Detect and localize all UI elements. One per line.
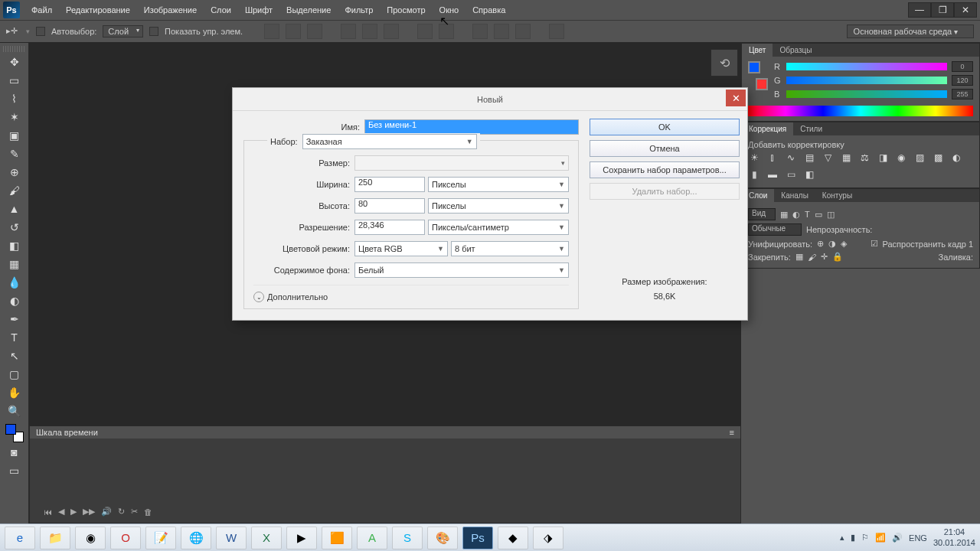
tb-chrome-icon[interactable]: ◉ [75,527,106,549]
filter-smart-icon[interactable]: ◫ [827,210,835,220]
adj-curves-icon[interactable]: ∿ [785,152,797,163]
close-app-icon[interactable]: ✕ [954,2,977,18]
history-tool-icon[interactable]: ↺ [5,219,24,236]
tab-styles[interactable]: Стили [793,122,829,135]
adj-photo-icon[interactable]: ◉ [895,152,907,163]
b-slider[interactable] [786,90,947,98]
screenmode-icon[interactable]: ▭ [5,462,24,479]
heal-tool-icon[interactable]: ⊕ [5,164,24,181]
adj-poster-icon[interactable]: ▮ [748,169,760,180]
adj-bw-icon[interactable]: ◨ [877,152,889,163]
autoselect-checkbox[interactable] [36,27,45,36]
crop-tool-icon[interactable]: ▣ [5,127,24,144]
menu-filter[interactable]: Фильтр [338,5,380,15]
align-centerh-icon[interactable] [286,24,301,39]
align-right-icon[interactable] [307,24,322,39]
width-unit-select[interactable]: Пикселы▼ [428,177,569,192]
tab-color[interactable]: Цвет [742,44,773,57]
unify-vis-icon[interactable]: ◑ [828,239,836,249]
dialog-title-bar[interactable]: Новый ✕ [233,88,747,111]
lasso-tool-icon[interactable]: ⌇ [5,90,24,107]
brush-tool-icon[interactable]: 🖌 [5,182,24,199]
timeline-audio-icon[interactable]: 🔊 [101,507,112,517]
toolbox-handle[interactable] [3,46,26,52]
filter-type-icon[interactable]: T [805,210,810,219]
hand-tool-icon[interactable]: ✋ [5,384,24,401]
path-tool-icon[interactable]: ↖ [5,347,24,364]
filter-img-icon[interactable]: ▦ [780,210,788,220]
adj-selective-icon[interactable]: ◧ [803,169,815,180]
menu-image[interactable]: Изображение [137,5,204,15]
menu-edit[interactable]: Редактирование [59,5,137,15]
lock-pos-icon[interactable]: ✛ [821,252,828,262]
quickmask-icon[interactable]: ◙ [5,444,24,461]
maximize-icon[interactable]: ❐ [931,2,954,18]
align-bottom-icon[interactable] [384,24,399,39]
adj-exposure-icon[interactable]: ▤ [803,152,815,163]
preset-select[interactable]: Заказная▼ [302,134,477,149]
lock-pixel-icon[interactable]: 🖌 [808,253,816,262]
tray-lang[interactable]: ENG [909,533,927,543]
adj-lookup-icon[interactable]: ▩ [932,152,944,163]
tray-up-icon[interactable]: ▴ [840,533,844,543]
filter-shape-icon[interactable]: ▭ [815,210,822,220]
tb-app5-icon[interactable]: ⬗ [533,527,564,549]
timeline-loop-icon[interactable]: ↻ [118,507,125,517]
timeline-play-icon[interactable]: ▶ [70,507,77,517]
bits-select[interactable]: 8 бит▼ [451,241,569,256]
adj-levels-icon[interactable]: ⫿ [766,152,779,163]
dialog-close-button[interactable]: ✕ [726,90,746,106]
adj-brightness-icon[interactable]: ☀ [748,152,760,163]
stamp-tool-icon[interactable]: ▲ [5,201,24,217]
b-value[interactable]: 255 [952,89,973,99]
tb-ie-icon[interactable]: e [5,527,35,549]
spectrum-picker[interactable] [748,106,973,116]
cancel-button[interactable]: Отмена [590,140,740,157]
advanced-toggle[interactable]: ⌄ Дополнительно [253,285,569,302]
resolution-input[interactable]: 28,346 [354,220,425,235]
auto-align-icon[interactable] [549,24,564,39]
tb-app2-icon[interactable]: 🟧 [322,527,352,549]
marquee-tool-icon[interactable]: ▭ [5,72,24,89]
timeline-first-icon[interactable]: ⏮ [44,507,52,517]
dodge-tool-icon[interactable]: ◐ [5,292,24,309]
tb-globe-icon[interactable]: 🌐 [181,527,211,549]
name-input[interactable]: Без имени-1 [364,119,579,135]
g-value[interactable]: 120 [952,75,973,86]
history-group-icon[interactable]: ⟲ [710,49,738,77]
filter-adj-icon[interactable]: ◐ [792,210,800,220]
adj-hue-icon[interactable]: ▦ [840,152,852,163]
distribute-2-icon[interactable] [494,24,509,39]
adj-threshold-icon[interactable]: ▬ [766,169,779,180]
menu-select[interactable]: Выделение [279,5,338,15]
r-value[interactable]: 0 [952,61,973,72]
tb-photoshop-icon[interactable]: Ps [462,527,493,549]
tb-app3-icon[interactable]: A [357,527,387,549]
adj-mixer-icon[interactable]: ▨ [913,152,926,163]
width-input[interactable]: 250 [354,177,425,192]
eyedrop-tool-icon[interactable]: ✎ [5,145,24,162]
autoselect-dropdown[interactable]: Слой ▾ [103,25,143,37]
showcontrols-checkbox[interactable] [149,27,158,36]
tb-word-icon[interactable]: W [216,527,247,549]
workspace-selector[interactable]: Основная рабочая среда ▾ [847,24,974,38]
lock-all-icon[interactable]: 🔒 [832,252,843,262]
tab-channels[interactable]: Каналы [774,189,815,202]
bg-select[interactable]: Белый▼ [354,262,569,278]
adj-vibrance-icon[interactable]: ▽ [822,152,834,163]
tab-adjustments[interactable]: Коррекция [742,122,793,135]
tray-battery-icon[interactable]: ▮ [851,533,855,543]
menu-type[interactable]: Шрифт [238,5,279,15]
menu-file[interactable]: Файл [24,5,59,15]
adj-balance-icon[interactable]: ⚖ [858,152,871,163]
tray-flag-icon[interactable]: ⚐ [861,533,869,543]
timeline-prev-icon[interactable]: ◀ [58,507,64,517]
timeline-trash-icon[interactable]: 🗑 [144,507,152,517]
align-top-icon[interactable] [341,24,356,39]
align-left-icon[interactable] [264,24,279,39]
tray-sound-icon[interactable]: 🔊 [892,533,903,543]
minimize-icon[interactable]: — [908,2,931,18]
menu-window[interactable]: Окно [433,5,466,15]
gradient-tool-icon[interactable]: ▦ [5,256,24,272]
distribute-v-icon[interactable] [439,24,454,39]
